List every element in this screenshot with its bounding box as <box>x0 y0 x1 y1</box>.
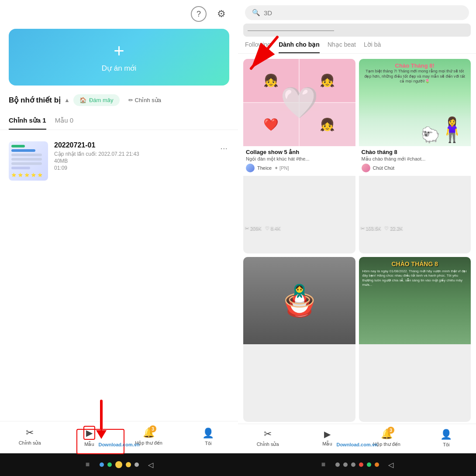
video-card-2[interactable]: Chào Tháng 8! Tạm biệt tháng 7! Tháng mớ… <box>359 59 471 253</box>
inbox-badge-container: 🔔 3 <box>143 427 155 438</box>
tab-template[interactable]: Mẫu 0 <box>55 116 73 130</box>
right-panel: 🔍 —————————————————— Following Dành cho … <box>238 0 476 476</box>
dot-5 <box>135 462 139 467</box>
video-desc-2: Mẫu chào tháng mới #chaot... <box>359 156 471 162</box>
video-card-3[interactable]: 🪆 <box>243 257 355 422</box>
hamburger-icon-right: ≡ <box>319 460 328 469</box>
video-stats-2: ✂ 103.5K ♡ 22.2K <box>361 225 403 231</box>
video-card-1[interactable]: 👧 👧 ❤️ 👧 🤍 ✂ 209K ♡ 8.4K Collage show 5 … <box>243 59 355 253</box>
bottom-nav-right: ✂ Chỉnh sửa ▶ Mẫu 🔔 3 Hộp thư đến 👤 Tôi <box>238 424 476 453</box>
thumb-chao8: CHÀO THÁNG 8 Hôm nay là ngày 01/08/2022.… <box>359 257 471 344</box>
heart-stat-1: ♡ 8.4K <box>265 225 281 231</box>
video-title-1: Collage show 5 ảnh <box>243 149 355 155</box>
profile-icon: 👤 <box>202 428 214 439</box>
dot-r1 <box>335 462 340 467</box>
video-card-4[interactable]: CHÀO THÁNG 8 Hôm nay là ngày 01/08/2022.… <box>359 257 471 422</box>
dot-r2 <box>343 462 348 467</box>
project-thumbnail: ⭐ ⭐ ⭐ ⭐ ⭐ <box>9 141 48 181</box>
chrome-dots <box>100 461 139 468</box>
banner-text: —————————————————— <box>248 27 334 33</box>
thumb-greeting: Chào Tháng 8! Tạm biệt tháng 7! Tháng mớ… <box>359 59 471 146</box>
template-icon-box: ▶ <box>83 426 95 440</box>
back-icon: ◁ <box>146 460 155 469</box>
video-stats-1: ✂ 209K ♡ 8.4K <box>245 225 280 231</box>
tab-for-you[interactable]: Dành cho bạn <box>279 41 320 53</box>
person-figure: 🧍‍♀️ <box>437 116 467 144</box>
nav-item-profile-right[interactable]: 👤 Tôi <box>417 429 476 447</box>
project-list: ⭐ ⭐ ⭐ ⭐ ⭐ 20220721-01 Cập nhật lần cuối:… <box>0 130 238 421</box>
dot-r5 <box>367 462 371 467</box>
dot-4 <box>126 462 131 467</box>
author-name-2: Chút Chút <box>373 165 395 171</box>
author-badge-1: ✦ [PN] <box>274 165 289 171</box>
heart-stat-2: ♡ 22.2K <box>384 225 403 231</box>
new-project-button[interactable]: + Dự án mới <box>9 29 229 86</box>
storage-section: Bộ nhớ thiết bị ▲ 🏠 Đám mây ✏ Chỉnh sửa <box>0 94 238 116</box>
search-bar[interactable]: 🔍 <box>245 5 469 20</box>
project-date: Cập nhật lần cuối: 2022.07.21 21:43 <box>54 151 212 157</box>
top-banner: —————————————————— <box>243 24 471 37</box>
project-more-button[interactable]: ··· <box>218 141 229 155</box>
dot-r3 <box>351 462 355 467</box>
nav-template-label: Mẫu <box>84 442 94 447</box>
nav-item-edit[interactable]: ✂ Chỉnh sửa <box>0 427 59 446</box>
dot-1 <box>100 462 104 467</box>
chrome-dots-right <box>335 462 379 467</box>
thumb-collage: 👧 👧 ❤️ 👧 🤍 <box>243 59 355 146</box>
arrow-up-icon: ▲ <box>64 97 70 103</box>
edit-storage-button[interactable]: ✏ Chỉnh sửa <box>124 94 166 106</box>
search-input[interactable] <box>264 9 462 17</box>
phone-chrome-right: ≡ ◁ <box>238 453 476 476</box>
inbox-badge-container-right: 🔔 3 <box>381 428 393 440</box>
project-item[interactable]: ⭐ ⭐ ⭐ ⭐ ⭐ 20220721-01 Cập nhật lần cuối:… <box>9 137 229 185</box>
project-size: 40MB <box>54 158 212 164</box>
project-duration: 01:09 <box>54 165 212 171</box>
dot-r6 <box>375 462 379 467</box>
left-panel: ? ⚙ + Dự án mới Bộ nhớ thiết bị ▲ 🏠 Đám … <box>0 0 238 476</box>
nav-profile-label: Tôi <box>205 441 211 446</box>
sheep-figure: 🐑 <box>421 126 440 144</box>
storage-title-text: Bộ nhớ thiết bị <box>9 96 61 105</box>
tab-edit[interactable]: Chỉnh sửa 1 <box>9 116 46 130</box>
author-name-1: Theice <box>257 165 272 171</box>
inbox-badge-right: 3 <box>387 427 394 434</box>
nav-profile-label-right: Tôi <box>443 442 449 447</box>
author-avatar-2 <box>362 164 370 172</box>
nav-item-profile[interactable]: 👤 Tôi <box>179 428 238 446</box>
template-icon: ▶ <box>86 428 93 438</box>
nav-template-label-right: Mẫu <box>322 441 332 447</box>
home-icon: 🏠 <box>79 97 86 103</box>
tab-lyrics[interactable]: Lời bà <box>364 41 381 53</box>
watermark-right: Download.com.vn <box>336 442 377 447</box>
phone-chrome-left: ≡ ◁ <box>0 453 238 476</box>
settings-icon[interactable]: ⚙ <box>214 6 229 22</box>
nav-tabs-right: Following Dành cho bạn Nhạc beat Lời bà <box>238 41 476 54</box>
cloud-button[interactable]: 🏠 Đám mây <box>73 94 120 106</box>
project-name: 20220721-01 <box>54 141 212 149</box>
back-icon-right: ◁ <box>386 460 396 469</box>
top-icons-bar: ? ⚙ <box>0 0 238 25</box>
nav-item-edit-right[interactable]: ✂ Chỉnh sửa <box>238 428 297 447</box>
nav-edit-label-right: Chỉnh sửa <box>257 442 279 447</box>
video-grid: 👧 👧 ❤️ 👧 🤍 ✂ 209K ♡ 8.4K Collage show 5 … <box>238 59 476 422</box>
nav-edit-label: Chỉnh sửa <box>19 440 41 446</box>
author-avatar-1 <box>246 164 255 172</box>
profile-icon-right: 👤 <box>440 429 452 440</box>
template-icon-right: ▶ <box>324 429 331 439</box>
red-arrow-bottom <box>96 400 107 439</box>
new-project-label: Dự án mới <box>102 64 137 73</box>
dot-r4 <box>359 462 363 467</box>
inbox-badge: 3 <box>149 425 156 432</box>
tab-following[interactable]: Following <box>245 41 271 53</box>
help-icon[interactable]: ? <box>191 6 207 22</box>
video-title-2: Chào tháng 8 <box>359 149 471 155</box>
tab-music-beat[interactable]: Nhạc beat <box>328 41 356 53</box>
dot-2 <box>107 462 112 467</box>
thumb-doll: 🪆 <box>243 257 355 344</box>
pencil-icon: ✏ <box>128 97 133 103</box>
search-icon: 🔍 <box>252 9 260 17</box>
plus-icon: + <box>114 42 124 60</box>
video-desc-1: Ngồi đàn một khúc hát #the... <box>243 156 355 162</box>
scissors-stat-2: ✂ 103.5K <box>361 225 381 231</box>
scissors-stat-1: ✂ 209K <box>245 225 262 231</box>
